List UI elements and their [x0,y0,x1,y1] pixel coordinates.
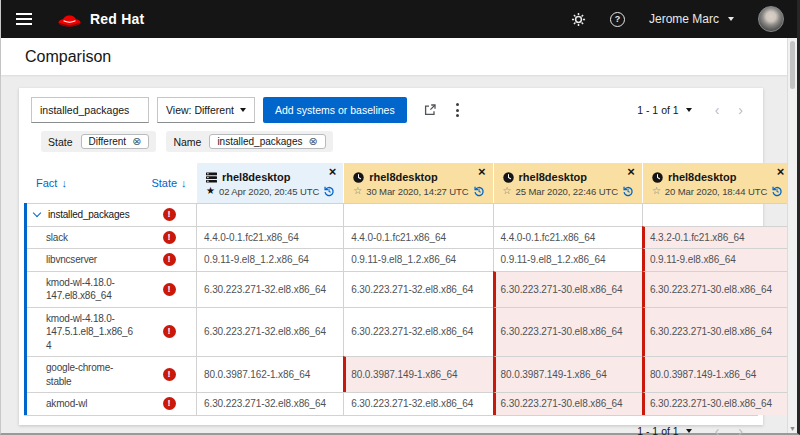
fact-value-cell-empty [642,203,791,226]
clock-icon [652,172,663,183]
view-filter-value: View: Different [166,104,234,116]
history-icon[interactable] [473,185,485,197]
filter-chip[interactable]: Different ⊗ [81,134,150,149]
fact-value-cell: 80.0.3987.149-1.x86_64 [642,356,791,392]
fact-value: 6.30.223.271-32.el8.x86_64 [204,326,326,337]
user-avatar[interactable] [758,6,784,32]
fact-filter-input[interactable] [31,97,149,123]
clock-icon [503,172,514,183]
state-header-label: State [151,177,177,189]
fact-group-cell[interactable]: installed_packages [24,203,142,226]
redhat-hat-icon [56,10,83,29]
active-filters: State Different ⊗ Name installed_package… [19,131,763,163]
state-different-icon: ! [163,325,176,338]
remove-column-icon[interactable]: × [627,164,635,179]
star-icon[interactable]: ★ [206,186,215,196]
pagination-caret-icon[interactable] [686,429,692,433]
fact-value: 80.0.3987.149-1.x86_64 [351,369,457,380]
system-column-header: ×rhel8desktop★02 Apr 2020, 20:45 UTC [196,163,343,203]
state-different-icon: ! [163,253,176,266]
history-icon[interactable] [622,185,634,197]
expand-toggle-icon[interactable] [33,209,41,217]
chip-remove-icon[interactable]: ⊗ [132,136,141,147]
remove-column-icon[interactable]: × [329,164,337,179]
clock-icon [353,172,364,183]
fact-name-cell: slack [24,226,142,249]
fact-value: 6.30.223.271-32.el8.x86_64 [351,284,473,295]
star-icon[interactable]: ☆ [503,186,512,196]
fact-header-label: Fact [36,177,57,189]
fact-value-cell: 6.30.223.271-30.el8.x86_64 [493,392,642,415]
card-footer: 1 - 1 of 1 ‹ › [19,416,763,435]
caret-down-icon [240,108,246,112]
star-icon[interactable]: ☆ [652,186,661,196]
system-meta: ☆30 Mar 2020, 14:27 UTC [353,185,484,197]
help-icon[interactable]: ? [610,12,625,27]
state-different-icon: ! [163,397,176,410]
fact-value: 6.30.223.271-30.el8.x86_64 [501,398,623,409]
fact-value-cell: 6.30.223.271-30.el8.x86_64 [642,271,791,307]
redhat-logo[interactable]: Red Hat [56,10,144,29]
fact-value-cell: 6.30.223.271-32.el8.x86_64 [343,392,492,415]
fact-value-cell: 4.4.0-0.1.fc21.x86_64 [493,226,642,249]
fact-value: 4.4.0-0.1.fc21.x86_64 [204,232,299,243]
fact-name: google-chrome-stable [46,361,138,388]
fact-value: 6.30.223.271-32.el8.x86_64 [204,398,326,409]
export-icon[interactable] [423,103,437,117]
brand-name: Red Hat [90,11,144,27]
history-icon[interactable] [323,185,335,197]
pagination-caret-icon[interactable] [686,108,692,112]
filter-chip[interactable]: installed_packages ⊗ [209,134,325,149]
pagination-next-button[interactable]: › [732,103,749,117]
scrollbar-thumb[interactable] [790,41,795,89]
fact-value-cell: 6.30.223.271-32.el8.x86_64 [343,307,492,357]
fact-value-cell: 6.30.223.271-30.el8.x86_64 [642,307,791,357]
scrollbar-down-arrow-icon[interactable]: ▼ [788,425,797,432]
fact-group-name: installed_packages [48,208,129,222]
fact-value-cell: 6.30.223.271-30.el8.x86_64 [493,271,642,307]
fact-value-cell: 0.9.11-9.el8_1.2.x86_64 [493,248,642,271]
fact-name-cell: kmod-wl-4.18.0-147.5.1.el8_1.x86_64 [24,307,142,357]
kebab-menu-icon[interactable] [454,101,461,119]
add-systems-button[interactable]: Add systems or baselines [263,97,407,123]
state-column-header[interactable]: State↓ [142,163,196,203]
system-timestamp: 30 Mar 2020, 14:27 UTC [366,186,468,197]
masthead-actions: ? Jerome Marc [571,6,784,32]
fact-name: kmod-wl-4.18.0-147.el8.x86_64 [46,276,138,303]
fact-value-cell-empty [343,203,492,226]
settings-gear-icon[interactable] [571,12,586,27]
fact-value-cell: 80.0.3987.162-1.x86_64 [196,356,343,392]
history-icon[interactable] [771,185,783,197]
view-filter-select[interactable]: View: Different [157,97,255,123]
filter-chip-label: installed_packages [217,136,302,147]
remove-column-icon[interactable]: × [478,164,486,179]
system-timestamp: 02 Apr 2020, 20:45 UTC [219,186,319,197]
system-name: rhel8desktop [222,171,290,183]
fact-column-header[interactable]: Fact↓ [24,163,142,203]
sort-descending-icon: ↓ [181,177,187,189]
system-meta: ☆25 Mar 2020, 22:46 UTC [503,185,634,197]
user-menu[interactable]: Jerome Marc [649,12,734,26]
pagination-prev-button[interactable]: ‹ [709,424,726,435]
chip-remove-icon[interactable]: ⊗ [308,136,317,147]
fact-name: akmod-wl [46,397,87,411]
fact-value: 0.9.11-9.el8_1.2.x86_64 [351,254,456,265]
state-cell: ! [142,271,196,307]
fact-name: slack [46,231,68,245]
fact-value: 6.30.223.271-30.el8.x86_64 [501,284,623,295]
nav-toggle-button[interactable] [14,9,34,29]
system-column-header: ×rhel8desktop☆30 Mar 2020, 14:27 UTC [343,163,492,203]
fact-value-cell: 6.30.223.271-30.el8.x86_64 [642,392,791,415]
star-icon[interactable]: ☆ [353,186,362,196]
fact-value-cell: 6.30.223.271-32.el8.x86_64 [343,271,492,307]
pagination-prev-button[interactable]: ‹ [709,103,726,117]
vertical-scrollbar[interactable]: ▼ [787,38,797,433]
fact-value: 0.9.11-9.el8_1.2.x86_64 [501,254,606,265]
fact-value-cell: 6.30.223.271-32.el8.x86_64 [196,271,343,307]
fact-value-cell: 80.0.3987.149-1.x86_64 [343,356,492,392]
fact-value: 4.4.0-0.1.fc21.x86_64 [351,232,446,243]
remove-column-icon[interactable]: × [777,164,785,179]
pagination-next-button[interactable]: › [732,424,749,435]
pagination-range-label: 1 - 1 of 1 [637,104,678,116]
system-name: rhel8desktop [369,171,437,183]
